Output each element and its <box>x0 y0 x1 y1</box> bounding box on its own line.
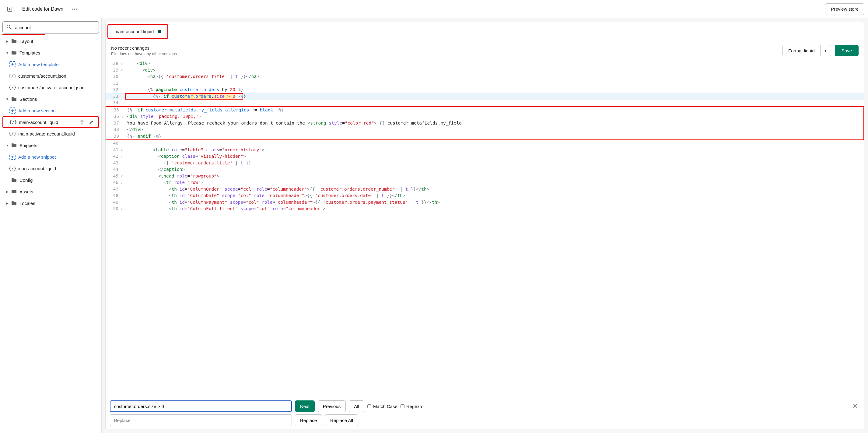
code-line[interactable]: 32 {% paginate customer.orders by 20 %} <box>105 86 864 93</box>
line-number: 49 <box>105 199 121 206</box>
search-input[interactable] <box>2 21 99 33</box>
fold-marker[interactable] <box>121 140 125 147</box>
replace-input[interactable] <box>110 414 292 426</box>
fold-marker[interactable] <box>121 74 125 80</box>
fold-marker[interactable] <box>121 120 126 127</box>
code-content: </caption> <box>125 166 185 173</box>
fold-marker[interactable] <box>121 107 126 114</box>
fold-marker[interactable] <box>121 199 125 206</box>
regexp-checkbox[interactable] <box>401 404 404 408</box>
code-line[interactable]: 29v <div> <box>105 67 864 74</box>
fold-marker[interactable] <box>121 126 126 133</box>
code-line[interactable]: 30 <h2>{{ 'customer.orders.title' | t }}… <box>105 74 864 80</box>
more-button[interactable] <box>69 4 80 14</box>
folder-snippets[interactable]: ▼ Snippets <box>2 140 99 151</box>
folder-templates[interactable]: ▼ Templates <box>2 47 99 58</box>
replace-all-button[interactable]: Replace All <box>325 414 358 426</box>
file-customers-activate-account[interactable]: {/} customers/activate_account.json <box>2 82 99 93</box>
fold-marker[interactable]: v <box>121 60 125 67</box>
format-dropdown-button[interactable]: ▼ <box>820 45 831 56</box>
close-find-button[interactable]: ✕ <box>851 402 860 410</box>
fold-marker[interactable]: v <box>121 113 126 120</box>
file-main-account[interactable]: {/} main-account.liquid <box>2 116 99 128</box>
back-button[interactable] <box>4 3 16 15</box>
fold-marker[interactable]: v <box>121 153 125 160</box>
code-line[interactable]: 42v <caption class="visually-hidden"> <box>105 153 864 160</box>
fold-marker[interactable] <box>121 93 125 100</box>
folder-locales[interactable]: ▶ Locales <box>2 197 99 209</box>
code-line[interactable]: 37You have Food Allergy. Please recheck … <box>105 120 864 127</box>
code-content: {% paginate customer.orders by 20 %} <box>125 86 243 93</box>
add-icon: + <box>9 61 16 67</box>
find-next-button[interactable]: Next <box>295 400 315 412</box>
fold-marker[interactable] <box>121 99 125 106</box>
code-line[interactable]: 31 <box>105 80 864 87</box>
code-line[interactable]: 34 <box>105 99 864 106</box>
code-line[interactable]: 40 <box>105 140 864 147</box>
folder-layout[interactable]: ▶ Layout <box>2 35 99 47</box>
tab-main-account[interactable]: main-account.liquid <box>107 24 168 39</box>
find-input[interactable] <box>110 400 292 412</box>
folder-assets[interactable]: ▶ Assets <box>2 186 99 197</box>
code-line[interactable]: 44 </caption> <box>105 166 864 173</box>
fold-marker[interactable]: v <box>121 173 125 180</box>
find-previous-button[interactable]: Previous <box>318 400 346 412</box>
folder-sections[interactable]: ▼ Sections <box>2 93 99 105</box>
regexp-option[interactable]: Regexp <box>401 404 422 409</box>
code-content <box>125 140 126 147</box>
folder-label: Layout <box>20 39 33 44</box>
code-line[interactable]: 47 <th id="ColumnOrder" scope="col" role… <box>105 186 864 193</box>
line-number: 50 <box>105 205 121 212</box>
code-file-icon: {/} <box>8 131 16 136</box>
fold-marker[interactable] <box>121 80 125 87</box>
fold-marker[interactable] <box>121 193 125 199</box>
fold-marker[interactable] <box>121 186 125 193</box>
fold-marker[interactable] <box>121 166 125 173</box>
code-line[interactable]: 39{%- endif -%} <box>105 133 864 140</box>
code-file-icon: {/} <box>8 74 16 78</box>
folder-icon <box>11 200 17 206</box>
code-line[interactable]: 36v<div style="padding: 10px;"> <box>105 113 864 120</box>
add-new-section[interactable]: + Add a new section <box>2 105 99 116</box>
file-main-activate-account[interactable]: {/} main-activate-account.liquid <box>2 128 99 140</box>
replace-button[interactable]: Replace <box>295 414 322 426</box>
file-icon-account[interactable]: {/} icon-account.liquid <box>2 163 99 174</box>
find-all-button[interactable]: All <box>349 400 364 412</box>
code-line[interactable]: 45v <thead role="rowgroup"> <box>105 173 864 180</box>
fold-marker[interactable] <box>121 86 125 93</box>
fold-marker[interactable]: v <box>121 147 125 153</box>
delete-icon[interactable] <box>80 120 85 125</box>
code-line[interactable]: 43 {{ 'customer.orders.title' | t }} <box>105 160 864 167</box>
code-line[interactable]: 48 <th id="ColumnDate" scope="col" role=… <box>105 193 864 199</box>
code-editor[interactable]: 28v <div>29v <div>30 <h2>{{ 'customer.or… <box>105 60 864 397</box>
code-line[interactable]: 49 <th id="ColumnPayment" scope="col" ro… <box>105 199 864 206</box>
folder-config[interactable]: Config <box>2 174 99 186</box>
add-new-template[interactable]: + Add a new template <box>2 58 99 70</box>
code-line[interactable]: 38</div> <box>105 126 864 133</box>
rename-icon[interactable] <box>89 120 94 125</box>
fold-marker[interactable]: v <box>121 179 125 186</box>
code-line[interactable]: 33 {%- if customer.orders.size > 0 -%} <box>105 93 864 100</box>
match-case-option[interactable]: Match Case <box>367 404 398 409</box>
folder-icon <box>11 142 17 148</box>
file-label: customers/activate_account.json <box>18 85 85 90</box>
format-liquid-button[interactable]: Format liquid <box>782 45 820 56</box>
annotation-underline <box>2 34 45 35</box>
fold-marker[interactable]: v <box>121 67 125 74</box>
fold-marker[interactable] <box>121 160 125 167</box>
match-case-checkbox[interactable] <box>367 404 371 408</box>
fold-marker[interactable]: v <box>121 205 125 212</box>
code-line[interactable]: 46v <tr role="row"> <box>105 179 864 186</box>
add-new-snippet[interactable]: + Add a new snippet <box>2 151 99 163</box>
code-line[interactable]: 41v <table role="table" class="order-his… <box>105 147 864 153</box>
fold-marker[interactable] <box>121 133 126 140</box>
code-line[interactable]: 35{%- if customer.metafields.my_fields.a… <box>105 106 864 114</box>
preview-store-button[interactable]: Preview store <box>825 3 864 15</box>
line-number: 47 <box>105 186 121 193</box>
code-line[interactable]: 50v <th id="ColumnFulfillment" scope="co… <box>105 205 864 212</box>
chevron-down-icon: ▼ <box>5 51 10 55</box>
code-line[interactable]: 28v <div> <box>105 60 864 67</box>
save-button[interactable]: Save <box>835 45 859 56</box>
file-customers-account[interactable]: {/} customers/account.json <box>2 70 99 82</box>
folder-label: Snippets <box>20 143 37 148</box>
